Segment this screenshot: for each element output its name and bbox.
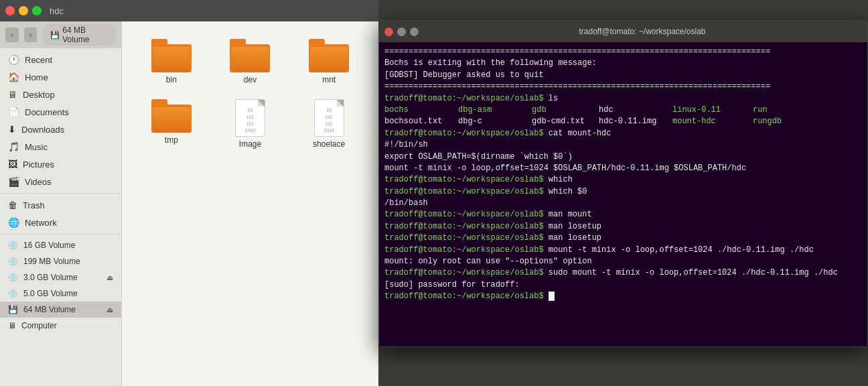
terminal-maximize-button[interactable]: [410, 27, 419, 36]
recent-icon: 🕐: [8, 54, 19, 65]
terminal-line: Bochs is exiting with the following mess…: [384, 58, 862, 69]
window-controls[interactable]: [5, 6, 42, 15]
sidebar-label-network: Network: [25, 218, 57, 228]
terminal-line: bochsdbg-asmgdbhdclinux-0.11run: [384, 105, 862, 116]
terminal-line: mount: only root can use "--options" opt…: [384, 256, 862, 267]
terminal-body[interactable]: ========================================…: [379, 42, 867, 346]
terminal-line: export OSLAB_PATH=$(dirname `which $0`): [384, 151, 862, 163]
sidebar-label-downloads: Downloads: [21, 125, 64, 135]
doc-icon-image: 101011011010: [235, 99, 265, 137]
sidebar-item-recent[interactable]: 🕐 Recent: [0, 51, 121, 68]
sidebar-nav-section: 🕐 Recent 🏠 Home 🖥 Desktop 📄 Documents ⬇: [0, 48, 121, 336]
folder-icon-tmp: [151, 99, 192, 133]
app-title: hdc: [50, 6, 64, 16]
file-label-tmp: tmp: [165, 135, 178, 145]
terminal-line: /bin/bash: [384, 198, 862, 209]
doc-icon-shoelace: 101011011010: [314, 99, 344, 137]
downloads-icon: ⬇: [8, 124, 16, 135]
sidebar-label-music: Music: [25, 142, 48, 152]
terminal-line: tradoff@tomato:~/workspace/oslab$ man mo…: [384, 209, 862, 220]
trash-icon: 🗑: [8, 200, 17, 210]
file-item-dev[interactable]: dev: [214, 35, 287, 88]
sidebar-item-music[interactable]: 🎵 Music: [0, 138, 121, 155]
documents-icon: 📄: [8, 107, 19, 117]
terminal-window: tradoff@tomato: ~/workspace/oslab ======…: [378, 20, 868, 347]
maximize-button[interactable]: [32, 6, 42, 15]
file-item-image[interactable]: 101011011010 Image: [214, 95, 287, 153]
sidebar-item-network[interactable]: 🌐 Network: [0, 214, 121, 231]
eject-64mb-button[interactable]: ⏏: [106, 306, 113, 314]
terminal-close-button[interactable]: [384, 27, 393, 36]
nav-bar: ‹ › 💾 64 MB Volume: [0, 21, 121, 48]
sidebar-label-documents: Documents: [25, 107, 69, 117]
sidebar-label-videos: Videos: [25, 177, 52, 187]
terminal-line: tradoff@tomato:~/workspace/oslab$ ls: [384, 93, 862, 105]
music-icon: 🎵: [8, 141, 19, 152]
sidebar-item-64mb[interactable]: 💾 64 MB Volume ⏏: [0, 302, 121, 318]
sidebar-item-desktop[interactable]: 🖥 Desktop: [0, 86, 121, 103]
close-button[interactable]: [5, 6, 15, 15]
sidebar-label-desktop: Desktop: [23, 90, 55, 100]
file-label-image: Image: [239, 139, 261, 149]
sidebar-item-downloads[interactable]: ⬇ Downloads: [0, 121, 121, 138]
terminal-line: tradoff@tomato:~/workspace/oslab$ mount …: [384, 245, 862, 256]
file-item-tmp[interactable]: tmp: [135, 95, 208, 153]
file-label-mnt: mnt: [322, 75, 336, 84]
sidebar-item-documents[interactable]: 📄 Documents: [0, 103, 121, 121]
sidebar-divider: [0, 193, 121, 194]
home-icon: 🏠: [8, 72, 19, 82]
minimize-button[interactable]: [19, 6, 28, 15]
terminal-line: tradoff@tomato:~/workspace/oslab$ which …: [384, 186, 862, 198]
sidebar-label-pictures: Pictures: [23, 159, 54, 170]
file-area: bin dev mnt: [122, 21, 378, 386]
sidebar-item-videos[interactable]: 🎬 Videos: [0, 173, 121, 190]
terminal-line: [sudo] password for tradoff:: [384, 279, 862, 291]
folder-icon-bin: [151, 39, 192, 72]
sidebar-label-16gb: 16 GB Volume: [23, 241, 75, 250]
sidebar-item-16gb[interactable]: 💿 16 GB Volume: [0, 237, 121, 253]
terminal-line: tradoff@tomato:~/workspace/oslab$ man lo…: [384, 221, 862, 233]
sidebar-item-home[interactable]: 🏠 Home: [0, 68, 121, 86]
network-icon: 🌐: [8, 217, 19, 228]
videos-icon: 🎬: [8, 176, 19, 187]
sidebar-item-3gb[interactable]: 💿 3.0 GB Volume ⏏: [0, 269, 121, 285]
eject-3gb-button[interactable]: ⏏: [106, 273, 113, 282]
file-label-bin: bin: [166, 75, 177, 84]
terminal-line: ========================================…: [384, 81, 862, 92]
sidebar-divider-2: [0, 234, 121, 235]
terminal-line: tradoff@tomato:~/workspace/oslab$ man lo…: [384, 233, 862, 244]
drive-199mb-icon: 💿: [8, 257, 18, 266]
terminal-line: tradoff@tomato:~/workspace/oslab$: [384, 291, 862, 302]
drive-3gb-icon: 💿: [8, 273, 18, 282]
sidebar: ‹ › 💾 64 MB Volume 🕐 Recent 🏠 Home: [0, 21, 122, 386]
folder-icon-dev: [230, 39, 270, 72]
file-label-shoelace: shoelace: [313, 139, 345, 149]
file-item-mnt[interactable]: mnt: [293, 35, 365, 88]
file-item-shoelace[interactable]: 101011011010 shoelace: [293, 95, 365, 153]
terminal-line: bochsout.txtdbg-cgdb-cmd.txthdc-0.11.img…: [384, 116, 862, 127]
sidebar-label-trash: Trash: [23, 200, 45, 210]
sidebar-item-5gb[interactable]: 💿 5.0 GB Volume: [0, 285, 121, 302]
file-label-dev: dev: [244, 75, 257, 84]
drive-5gb-icon: 💿: [8, 289, 18, 298]
folder-icon-mnt: [309, 39, 349, 72]
sidebar-item-computer[interactable]: 🖥 Computer: [0, 318, 121, 334]
file-item-bin[interactable]: bin: [135, 35, 208, 88]
sidebar-item-pictures[interactable]: 🖼 Pictures: [0, 155, 121, 173]
sidebar-item-199mb[interactable]: 💿 199 MB Volume: [0, 253, 121, 269]
back-button[interactable]: ‹: [5, 27, 19, 42]
terminal-line: tradoff@tomato:~/workspace/oslab$ cat mo…: [384, 128, 862, 139]
drive-16gb-icon: 💿: [8, 241, 18, 250]
drive-64mb-icon: 💾: [8, 305, 18, 314]
forward-button[interactable]: ›: [24, 27, 38, 42]
terminal-line: #!/bin/sh: [384, 139, 862, 151]
sidebar-label-computer: Computer: [21, 321, 57, 330]
breadcrumb[interactable]: 💾 64 MB Volume: [42, 24, 116, 46]
terminal-line: ========================================…: [384, 46, 862, 58]
sidebar-item-trash[interactable]: 🗑 Trash: [0, 196, 121, 214]
computer-icon: 🖥: [8, 321, 16, 330]
terminal-line: mount -t minix -o loop,offset=1024 $OSLA…: [384, 163, 862, 174]
terminal-minimize-button[interactable]: [397, 27, 406, 36]
terminal-line: [GDBST] Debugger asked us to quit: [384, 70, 862, 81]
app-title-bar: hdc: [0, 0, 378, 21]
